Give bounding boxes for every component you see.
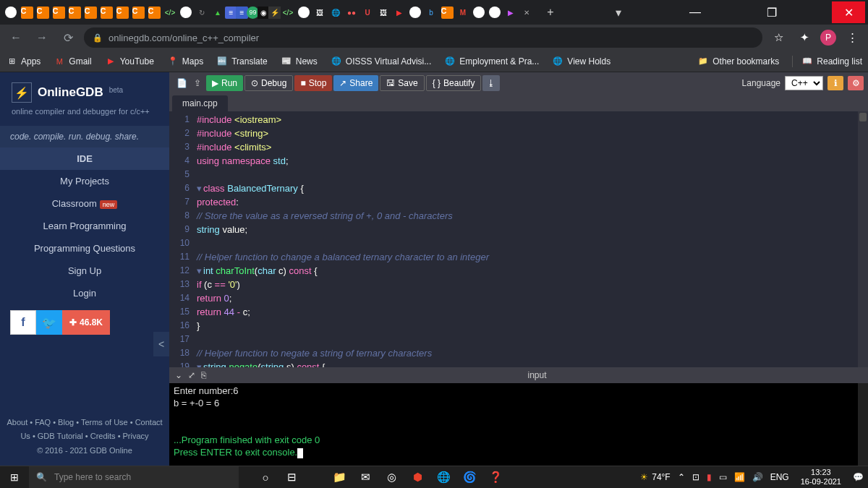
window-minimize[interactable]: ▾ xyxy=(602,1,635,23)
language-indicator[interactable]: ENG xyxy=(770,472,789,482)
terminal-scrollbar[interactable] xyxy=(858,383,868,466)
tab-close-icon[interactable]: ✕ xyxy=(518,4,535,21)
bookmark-item[interactable]: ▶YouTube xyxy=(105,56,154,67)
notifications-icon[interactable]: 💬 xyxy=(853,472,864,482)
tab-icon[interactable]: C xyxy=(98,4,115,21)
bookmark-item[interactable]: 📰News xyxy=(281,56,318,67)
tray-icon[interactable]: ▮ xyxy=(707,472,712,482)
terminal[interactable]: Enter number:6 b = +-0 = 6 ...Program fi… xyxy=(169,383,868,466)
tab-icon[interactable] xyxy=(470,4,488,21)
explorer-icon[interactable]: 📁 xyxy=(327,466,352,489)
edge-icon[interactable]: 🌀 xyxy=(457,466,482,489)
tab-icon[interactable]: M xyxy=(454,4,472,21)
run-button[interactable]: ▶ Run xyxy=(206,75,243,91)
sidebar-item-signup[interactable]: Sign Up xyxy=(0,260,169,282)
weather-widget[interactable]: ☀74°F xyxy=(640,472,670,482)
tab-icon[interactable]: 🖼 xyxy=(311,4,328,21)
editor-scrollbar[interactable] xyxy=(858,111,868,367)
other-bookmarks[interactable]: 📁Other bookmarks xyxy=(697,56,779,67)
office-icon[interactable]: ⬢ xyxy=(405,466,430,489)
reading-list[interactable]: 📖Reading list xyxy=(792,56,862,67)
bookmark-item[interactable]: 🌐OISSS Virtual Advisi... xyxy=(331,56,432,67)
profile-button[interactable]: P xyxy=(820,30,836,46)
code-editor[interactable]: 1234567891011121314151617181920 #include… xyxy=(169,111,868,367)
download-button[interactable]: ⭳ xyxy=(482,75,500,91)
new-tab-button[interactable]: + xyxy=(542,4,559,21)
tab-icon[interactable]: C xyxy=(438,4,456,21)
back-button[interactable]: ← xyxy=(6,27,26,48)
settings-button[interactable]: ⚙ xyxy=(848,76,864,90)
tab-icon[interactable]: C xyxy=(18,4,35,21)
clock[interactable]: 13:23 16-09-2021 xyxy=(796,468,846,487)
tab-icon[interactable]: 🌐 xyxy=(327,4,344,21)
follow-button[interactable]: ✚ 46.8K xyxy=(62,310,110,335)
start-button[interactable]: ⊞ xyxy=(0,466,29,489)
tray-icon[interactable]: ⊡ xyxy=(692,472,699,482)
reload-button[interactable]: ⟳ xyxy=(58,27,78,48)
wifi-icon[interactable]: 📶 xyxy=(734,472,745,482)
twitter-button[interactable]: 🐦 xyxy=(36,310,62,335)
tab-icon[interactable]: ●● xyxy=(343,4,360,21)
extensions-button[interactable]: ✦ xyxy=(794,27,814,48)
tab-icon[interactable] xyxy=(2,4,20,21)
tab-icon[interactable] xyxy=(486,4,503,21)
window-maximize[interactable]: ❐ xyxy=(755,1,788,23)
star-button[interactable]: ☆ xyxy=(768,27,788,48)
sidebar-item-ide[interactable]: IDE xyxy=(0,147,169,170)
tab-icon[interactable] xyxy=(177,4,195,21)
tab-icon[interactable]: C xyxy=(34,4,51,21)
apps-button[interactable]: ⊞Apps xyxy=(6,56,41,67)
tab-icon[interactable]: C xyxy=(114,4,131,21)
stop-button[interactable]: ■ Stop xyxy=(294,75,332,91)
tab-icon[interactable]: 🖼 xyxy=(375,4,392,21)
bookmark-item[interactable]: 📍Maps xyxy=(167,56,203,67)
share-button[interactable]: ↗ Share xyxy=(333,75,378,91)
chevron-down-icon[interactable]: ⌄ xyxy=(175,370,182,380)
tab-icon[interactable]: U xyxy=(359,4,376,21)
volume-icon[interactable]: 🔊 xyxy=(752,472,763,482)
beautify-button[interactable]: { } Beautify xyxy=(426,75,482,91)
tab-icon[interactable] xyxy=(295,4,312,21)
bookmark-item[interactable]: 🌐Employment & Pra... xyxy=(444,56,539,67)
info-button[interactable]: ℹ xyxy=(827,76,843,90)
taskview-icon[interactable]: ⊟ xyxy=(279,466,304,489)
tab-icon[interactable] xyxy=(407,4,424,21)
sidebar-item-login[interactable]: Login xyxy=(0,282,169,304)
facebook-button[interactable]: f xyxy=(10,310,36,335)
tab-icon[interactable]: b xyxy=(422,4,440,21)
tray-icon[interactable]: ▭ xyxy=(719,472,727,482)
tab-icon[interactable]: </> xyxy=(161,4,179,21)
new-file-icon[interactable]: 📄 xyxy=(174,75,190,91)
tray-chevron[interactable]: ⌃ xyxy=(678,472,685,482)
file-tab[interactable]: main.cpp xyxy=(172,95,228,111)
mail-icon[interactable]: ✉ xyxy=(353,466,378,489)
app-icon[interactable]: ◎ xyxy=(379,466,404,489)
tab-icon[interactable]: ▶ xyxy=(502,4,519,21)
copy-icon[interactable]: ⎘ xyxy=(201,370,206,380)
tab-icon[interactable]: C xyxy=(129,4,147,21)
cortana-icon[interactable]: ○ xyxy=(253,466,278,489)
bookmark-item[interactable]: 🌐View Holds xyxy=(552,56,610,67)
tab-icon[interactable]: C xyxy=(145,4,163,21)
tab-icon[interactable]: </> xyxy=(279,4,297,21)
bookmark-item[interactable]: MGmail xyxy=(54,56,91,67)
sidebar-item-projects[interactable]: My Projects xyxy=(0,170,169,192)
save-button[interactable]: 🖫 Save xyxy=(380,75,424,91)
forward-button[interactable]: → xyxy=(32,27,52,48)
window-close[interactable]: ✕ xyxy=(832,1,865,23)
sidebar-item-learn[interactable]: Learn Programming xyxy=(0,215,169,237)
chrome-icon[interactable]: 🌐 xyxy=(431,466,456,489)
tab-icon[interactable]: ↻ xyxy=(193,4,210,21)
window-minimize[interactable]: — xyxy=(678,1,712,23)
expand-icon[interactable]: ⤢ xyxy=(188,370,195,380)
upload-icon[interactable]: ⇪ xyxy=(190,75,205,91)
language-select[interactable]: C++ xyxy=(785,76,823,90)
logo[interactable]: ⚡ OnlineGDB beta xyxy=(0,72,169,106)
menu-button[interactable]: ⋮ xyxy=(842,27,862,48)
tab-icon[interactable]: ▲ xyxy=(209,4,226,21)
tab-icon[interactable]: C xyxy=(50,4,67,21)
help-icon[interactable]: ❓ xyxy=(483,466,508,489)
sidebar-item-classroom[interactable]: Classroomnew xyxy=(0,192,169,215)
bookmark-item[interactable]: 🔤Translate xyxy=(216,56,268,67)
collapse-sidebar-button[interactable]: < xyxy=(153,332,169,356)
